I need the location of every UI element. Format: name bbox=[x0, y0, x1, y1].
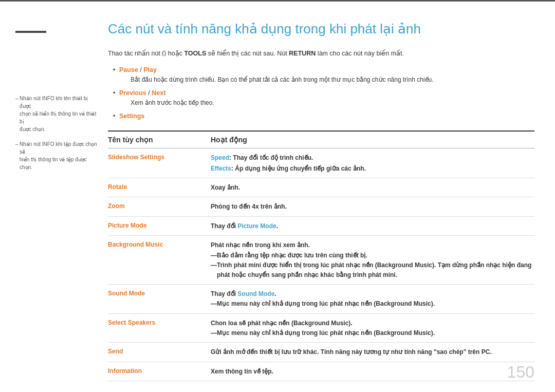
table-row: Select Speakers Chon loa sẽ phát nhạc nề… bbox=[108, 314, 534, 343]
col-header-action: Hoạt động bbox=[211, 136, 534, 144]
table-row: Information Xem thông tin về tệp. bbox=[108, 362, 534, 381]
table-header: Tên tùy chọn Hoạt động bbox=[108, 130, 534, 148]
page-title: Các nút và tính năng khả dụng trong khi … bbox=[108, 21, 534, 38]
table-row: Zoom Phóng to đến 4x trên ảnh. bbox=[108, 197, 534, 216]
sidebar: Nhấn nút INFO khi tên thiết bị được chọn… bbox=[15, 31, 98, 178]
feature-bullets: Pause / Play Bắt đầu hoặc dừng trình chi… bbox=[108, 65, 534, 121]
table-row: Slideshow Settings Speed: Thay đổi tốc đ… bbox=[108, 148, 534, 178]
page-number: 150 bbox=[507, 363, 534, 382]
table-row: Picture Mode Thay đổi Picture Mode. bbox=[108, 217, 534, 236]
bullet-previous-next: Previous / Next Xem ảnh trước hoặc tiếp … bbox=[113, 88, 534, 108]
sidebar-note-1: Nhấn nút INFO khi tên thiết bị được chọn… bbox=[15, 95, 98, 133]
bullet-settings: Settings bbox=[113, 111, 534, 121]
table-row: Background Music Phát nhạc nền trong khi… bbox=[108, 236, 534, 285]
col-header-name: Tên tùy chọn bbox=[108, 136, 211, 144]
sidebar-note-2: Nhấn nút INFO khi tệp được chọn sẽ hiển … bbox=[15, 140, 98, 171]
intro-paragraph: Thao tác nhấn nút ⎙ hoặc TOOLS sẽ hiển t… bbox=[108, 48, 534, 59]
main-content: Các nút và tính năng khả dụng trong khi … bbox=[108, 0, 534, 381]
sidebar-accent-bar bbox=[15, 31, 46, 33]
bullet-pause-play: Pause / Play Bắt đầu hoặc dừng trình chi… bbox=[113, 65, 534, 85]
settings-table: Tên tùy chọn Hoạt động Slideshow Setting… bbox=[108, 130, 534, 381]
table-row: Sound Mode Thay đổi Sound Mode. Mục menu… bbox=[108, 285, 534, 314]
top-accent-line bbox=[0, 0, 555, 2]
table-row: Rotate Xoay ảnh. bbox=[108, 178, 534, 197]
table-row: Send Gửi ảnh mở đến thiết bị lưu trữ khá… bbox=[108, 343, 534, 362]
